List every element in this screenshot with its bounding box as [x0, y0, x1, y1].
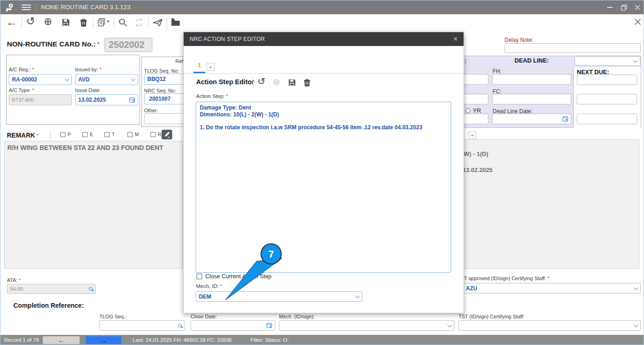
checkbox-label: E [90, 132, 93, 137]
back-button[interactable]: ← [6, 16, 17, 29]
deadline-type-select[interactable] [574, 56, 640, 66]
editor-delete-button[interactable] [303, 78, 311, 87]
issue-date-field[interactable]: 13.02.2025 [75, 94, 138, 105]
chevron-down-icon[interactable] [633, 58, 638, 63]
yr-label: YR [473, 107, 481, 114]
search-button[interactable] [118, 18, 128, 27]
checkbox-label: P [68, 132, 71, 137]
next-record-icon: → [100, 337, 107, 344]
refresh-button[interactable]: ↺ [26, 15, 35, 28]
required-mark: * [547, 276, 549, 281]
last-record-info: Last: 24.01.2025 FH: 48902.38 FC: 22836 [133, 337, 232, 343]
close-window-button[interactable] [635, 5, 640, 10]
tst-approved-value: AZU [466, 285, 477, 292]
checkbox-label: M [135, 132, 139, 137]
close-date-field[interactable] [191, 320, 275, 331]
checkbox-icon[interactable] [151, 132, 156, 137]
edit-remark-button[interactable] [162, 130, 172, 139]
checkbox-icon[interactable] [128, 132, 133, 137]
chevron-down-icon[interactable] [634, 322, 638, 327]
calendar-icon[interactable] [267, 323, 272, 328]
required-mark: * [32, 67, 34, 72]
menu-icon[interactable] [22, 5, 31, 10]
modal-titlebar[interactable]: NRC ACTION STEP EDITOR × [184, 32, 464, 46]
fc-field[interactable] [492, 94, 571, 104]
remark-text: R/H WING BETWEEN STA 22 AND 23 FOUND DEN… [7, 144, 163, 151]
remark-checkbox-t[interactable]: T [104, 132, 115, 137]
next-record-button[interactable]: → [86, 336, 122, 344]
chevron-down-icon[interactable] [634, 285, 638, 290]
mech-id-sign-select[interactable] [279, 320, 454, 331]
record-counter: Record 1 of 79 [4, 337, 39, 343]
ac-reg-select[interactable]: RA-00002 [9, 74, 72, 85]
send-button[interactable] [152, 18, 163, 27]
deadline-colon-fragment: : [464, 58, 466, 64]
deadline-date-field[interactable] [492, 114, 571, 124]
checkbox-icon[interactable] [104, 132, 110, 137]
prev-record-icon: ← [58, 337, 64, 344]
remark-textarea[interactable]: R/H WING BETWEEN STA 22 AND 23 FOUND DEN… [4, 141, 183, 269]
step-tab-1-label: 1 [197, 62, 201, 69]
chevron-down-icon[interactable] [65, 77, 70, 81]
yr-radio[interactable]: YR [465, 107, 481, 114]
remark-checkbox-m[interactable]: M [128, 132, 139, 137]
checkbox-icon[interactable] [82, 132, 87, 137]
modal-title: NRC ACTION STEP EDITOR [190, 36, 265, 42]
preview-dimensions-fragment: (W) - 1(D) [462, 150, 488, 157]
add-action-step-tab[interactable]: + [469, 132, 476, 139]
save-button[interactable] [61, 18, 70, 27]
nrc-action-step-editor-modal: NRC ACTION STEP EDITOR × 1 + Action Step… [183, 32, 464, 313]
tst-approved-label: TST approved (ID/sign) Certifying Staff: [458, 276, 546, 281]
ata-field[interactable]: 54-00 [7, 284, 96, 294]
remark-checkbox-r[interactable]: R [151, 132, 161, 137]
toolbar: ← ↺ ⊕ ▾ [0, 14, 644, 31]
minimize-button[interactable] [607, 6, 613, 8]
copy-button[interactable] [97, 18, 106, 27]
step-tab-1[interactable]: 1 [193, 61, 205, 72]
completion-tlog-field[interactable] [99, 320, 185, 331]
close-form-button[interactable] [634, 18, 641, 25]
chevron-down-icon[interactable] [131, 77, 136, 81]
action-step-textarea[interactable]: Damage Type: Dent Dimentions: 10(L) - 2(… [196, 102, 451, 273]
add-step-tab[interactable]: + [207, 63, 215, 71]
restore-button[interactable] [621, 5, 627, 11]
checkbox-icon[interactable] [60, 132, 65, 137]
next-due-field-2[interactable] [577, 94, 637, 104]
other-label: Other: [144, 108, 158, 113]
action-step-label: Action Step: [196, 93, 225, 99]
tst-approved-select[interactable]: AZU [458, 283, 641, 293]
next-due-field-1[interactable] [577, 75, 637, 85]
add-record-button[interactable]: ⊕ [44, 16, 52, 28]
delete-button[interactable] [79, 18, 88, 27]
search-icon[interactable] [178, 324, 182, 328]
next-due-field-3[interactable] [577, 114, 637, 124]
copy-caret-icon[interactable]: ▾ [107, 18, 110, 24]
chevron-down-icon[interactable] [355, 293, 360, 298]
card-number-field: 2502002 [104, 38, 152, 52]
editor-save-button[interactable] [288, 78, 296, 87]
titlebar-separator [36, 3, 36, 12]
fh-field[interactable] [492, 74, 571, 85]
open-folder-button[interactable] [171, 18, 180, 27]
prev-record-button[interactable]: ← [43, 336, 80, 344]
radio-icon[interactable] [465, 108, 470, 113]
mech-id-select[interactable]: DEM [196, 291, 362, 302]
delay-note-field[interactable] [505, 43, 641, 53]
toolbar-separator [93, 17, 93, 28]
tst-id-sign-select[interactable] [458, 320, 641, 331]
chevron-down-icon[interactable] [447, 322, 452, 327]
calendar-icon[interactable] [129, 98, 135, 103]
ac-type-field: B737-800 [9, 94, 72, 105]
calendar-icon[interactable] [563, 116, 568, 121]
close-current-action-checkbox[interactable]: Close Current Action Step [197, 273, 272, 280]
checkbox-icon[interactable] [197, 274, 202, 279]
editor-undo-button[interactable]: ↺ [257, 76, 266, 87]
ac-type-label: A/C Type: [9, 87, 31, 93]
divider [253, 78, 253, 88]
issue-date-label: Issue Date: [75, 87, 101, 93]
issued-by-select[interactable]: AVD [75, 74, 138, 85]
modal-close-button[interactable]: × [453, 35, 458, 43]
search-icon[interactable] [89, 287, 93, 291]
remark-checkbox-e[interactable]: E [82, 132, 93, 137]
remark-checkbox-p[interactable]: P [60, 132, 71, 137]
